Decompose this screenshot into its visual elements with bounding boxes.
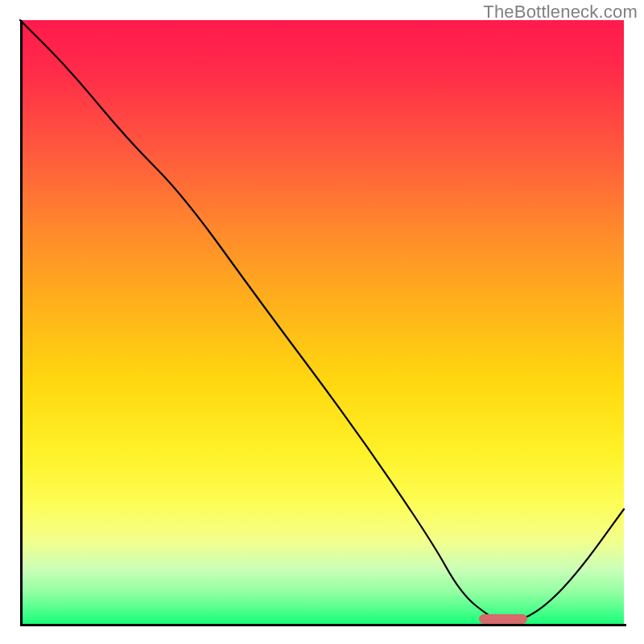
chart-container: TheBottleneck.com [0, 0, 644, 644]
y-axis-line [20, 20, 23, 626]
bottleneck-curve-line [20, 20, 624, 622]
optimal-range-marker [479, 614, 527, 624]
x-axis-line [20, 624, 626, 626]
chart-svg-layer [20, 20, 624, 624]
watermark-text: TheBottleneck.com [483, 2, 638, 23]
